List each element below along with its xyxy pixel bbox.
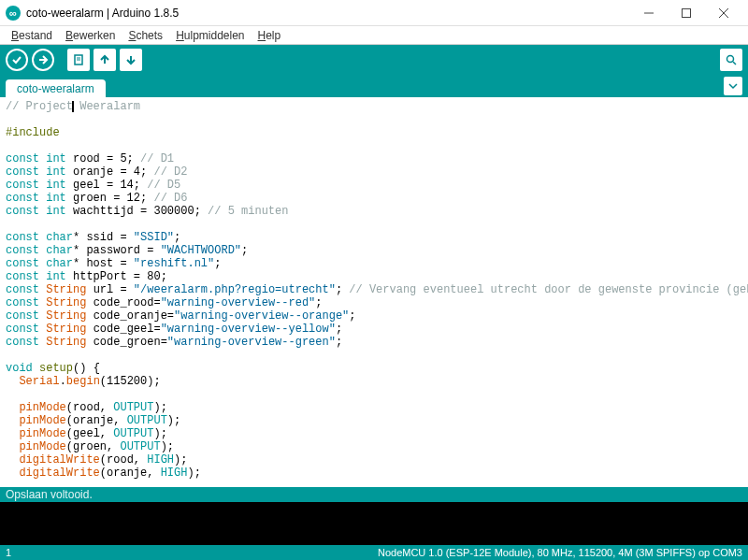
tab-menu-button[interactable] bbox=[724, 77, 742, 95]
menu-schets[interactable]: Schets bbox=[122, 28, 168, 43]
menu-bar: Bestand Bewerken Schets Hulpmiddelen Hel… bbox=[0, 26, 748, 45]
line-number: 1 bbox=[6, 547, 11, 558]
open-sketch-button[interactable] bbox=[94, 49, 116, 71]
save-sketch-button[interactable] bbox=[120, 49, 142, 71]
svg-line-8 bbox=[733, 62, 736, 65]
menu-bestand[interactable]: Bestand bbox=[6, 28, 58, 43]
menu-hulpmiddelen[interactable]: Hulpmiddelen bbox=[170, 28, 250, 43]
window-title: coto-weeralarm | Arduino 1.8.5 bbox=[26, 7, 179, 20]
svg-point-7 bbox=[727, 56, 734, 63]
window-maximize-button[interactable] bbox=[668, 0, 705, 26]
verify-button[interactable] bbox=[6, 49, 28, 71]
toolbar bbox=[0, 45, 748, 75]
title-bar: ∞ coto-weeralarm | Arduino 1.8.5 bbox=[0, 0, 748, 26]
menu-help[interactable]: Help bbox=[252, 28, 287, 43]
arduino-app-icon: ∞ bbox=[6, 6, 21, 21]
menu-bewerken[interactable]: Bewerken bbox=[60, 28, 121, 43]
status-bar: Opslaan voltooid. bbox=[0, 487, 748, 502]
new-sketch-button[interactable] bbox=[67, 49, 90, 71]
window-minimize-button[interactable] bbox=[630, 0, 668, 26]
window-close-button[interactable] bbox=[705, 0, 742, 26]
code-editor[interactable]: // Project Weeralarm #include const int … bbox=[0, 97, 748, 487]
console-output[interactable] bbox=[0, 502, 748, 545]
sketch-tab[interactable]: coto-weeralarm bbox=[6, 79, 106, 97]
board-info: NodeMCU 1.0 (ESP-12E Module), 80 MHz, 11… bbox=[378, 547, 742, 558]
footer-bar: 1 NodeMCU 1.0 (ESP-12E Module), 80 MHz, … bbox=[0, 545, 748, 560]
svg-rect-1 bbox=[683, 8, 691, 17]
tab-bar: coto-weeralarm bbox=[0, 75, 748, 97]
serial-monitor-button[interactable] bbox=[720, 49, 742, 71]
upload-button[interactable] bbox=[32, 49, 54, 71]
